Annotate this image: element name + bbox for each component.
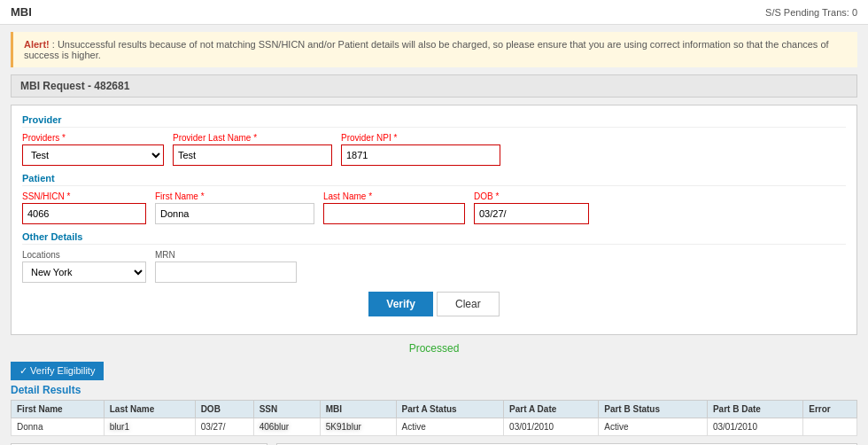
patient-firstname-label: First Name *: [155, 191, 314, 201]
dob-input[interactable]: [474, 203, 589, 224]
location-select[interactable]: New York: [22, 262, 146, 283]
col-ssn: SSN: [253, 401, 320, 418]
patient-lastname-input[interactable]: [323, 203, 465, 224]
cell-lastname: blur1: [104, 418, 195, 436]
col-error: Error: [803, 401, 857, 418]
col-dob: DOB: [195, 401, 253, 418]
col-parta-status: Part A Status: [396, 401, 504, 418]
mrn-group: MRN: [155, 250, 297, 283]
patient-firstname-input[interactable]: [155, 203, 314, 224]
provider-lastname-input[interactable]: [173, 144, 332, 166]
provider-label: Providers *: [22, 133, 164, 143]
provider-row: Providers * Test Provider Last Name * Pr…: [22, 133, 846, 166]
cell-ssn: 406blur: [253, 418, 320, 436]
processed-text: Processed: [11, 342, 857, 355]
verify-button[interactable]: Verify: [368, 292, 433, 316]
cell-error: [803, 418, 857, 436]
alert-label: Alert!: [24, 39, 50, 50]
mrn-label: MRN: [155, 250, 297, 260]
mrn-input[interactable]: [155, 262, 297, 283]
patient-section-label: Patient: [22, 173, 846, 186]
pending-trans: S/S Pending Trans: 0: [765, 7, 857, 18]
cell-firstname[interactable]: Donna: [12, 418, 105, 436]
form-card: Provider Providers * Test Provider Last …: [11, 105, 857, 335]
results-table: First Name Last Name DOB SSN MBI Part A …: [11, 400, 857, 436]
patient-lastname-group: Last Name *: [323, 191, 465, 224]
col-firstname: First Name: [12, 401, 105, 418]
col-lastname: Last Name: [104, 401, 195, 418]
table-row[interactable]: Donna blur1 03/27/ 406blur 5K91blur Acti…: [12, 418, 857, 436]
provider-lastname-group: Provider Last Name *: [173, 133, 332, 166]
cell-parta-status: Active: [396, 418, 504, 436]
table-header-row: First Name Last Name DOB SSN MBI Part A …: [12, 401, 857, 418]
provider-npi-label: Provider NPI *: [341, 133, 500, 143]
ssn-input[interactable]: [22, 203, 146, 224]
col-partb-status: Part B Status: [599, 401, 708, 418]
request-title: MBI Request - 482681: [11, 74, 857, 98]
provider-lastname-label: Provider Last Name *: [173, 133, 332, 143]
provider-npi-input[interactable]: [341, 144, 500, 166]
cell-partb-date: 03/01/2010: [707, 418, 802, 436]
alert-bar: Alert! : Unsuccessful results because of…: [11, 32, 857, 67]
other-details-label: Other Details: [22, 231, 846, 245]
cell-mbi: 5K91blur: [320, 418, 396, 436]
provider-select[interactable]: Test: [22, 144, 164, 166]
other-details-row: Locations New York MRN: [22, 250, 846, 283]
patient-lastname-label: Last Name *: [323, 191, 465, 201]
verify-eligibility-button[interactable]: ✓ Verify Eligibility: [11, 362, 104, 380]
col-mbi: MBI: [320, 401, 396, 418]
provider-group: Providers * Test: [22, 133, 164, 166]
top-bar: MBI S/S Pending Trans: 0: [0, 0, 868, 25]
app-title: MBI: [11, 5, 32, 19]
clear-button[interactable]: Clear: [437, 292, 500, 316]
location-group: Locations New York: [22, 250, 146, 283]
detail-results-label: Detail Results: [11, 384, 857, 396]
main-container: MBI Request - 482681 Provider Providers …: [0, 74, 868, 445]
dob-label: DOB *: [474, 191, 589, 201]
provider-section-label: Provider: [22, 114, 846, 128]
cell-parta-date: 03/01/2010: [504, 418, 599, 436]
ssn-label: SSN/HICN *: [22, 191, 146, 201]
cell-dob: 03/27/: [195, 418, 253, 436]
patient-firstname-group: First Name *: [155, 191, 314, 224]
location-label: Locations: [22, 250, 146, 260]
alert-message: : Unsuccessful results because of not ma…: [24, 39, 829, 60]
ssn-group: SSN/HICN *: [22, 191, 146, 224]
dob-group: DOB *: [474, 191, 589, 224]
col-partb-date: Part B Date: [707, 401, 802, 418]
cell-partb-status: Active: [599, 418, 708, 436]
col-parta-date: Part A Date: [504, 401, 599, 418]
provider-npi-group: Provider NPI *: [341, 133, 500, 166]
patient-row: SSN/HICN * First Name * Last Name * DOB …: [22, 191, 846, 224]
action-buttons: Verify Clear: [22, 292, 846, 316]
